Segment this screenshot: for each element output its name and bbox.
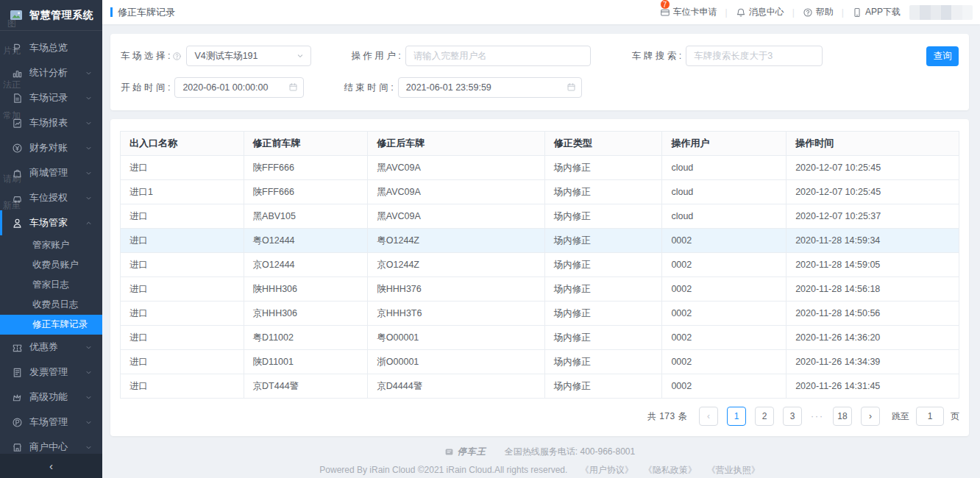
sidebar-item-park-overview[interactable]: 车场总览: [0, 35, 102, 60]
pagination-next[interactable]: ›: [861, 407, 880, 426]
table-row[interactable]: 进口黑ABV105黑AVC09A场内修正cloud2020-12-07 10:2…: [121, 204, 959, 229]
jump-suffix: 页: [951, 410, 959, 423]
table-row[interactable]: 进口京HHH306京HHH3T6场内修正00022020-11-28 14:50…: [121, 302, 959, 326]
sidebar-item-park-management[interactable]: 车场管理: [0, 410, 102, 435]
park-select[interactable]: V4测试车场191: [186, 46, 311, 66]
help-circle-icon[interactable]: [172, 51, 182, 61]
topbar-link-message-center[interactable]: 消息中心: [736, 6, 784, 18]
sidebar-subitem-plate-correction-records[interactable]: 修正车牌记录: [0, 315, 102, 335]
sidebar-item-label: 车场记录: [29, 91, 68, 104]
table-row[interactable]: 进口京DT444警京D4444警场内修正00022020-11-26 14:31…: [121, 374, 959, 399]
filter-panel: 车 场 选 择 : V4测试车场191 操 作 用 户 : 车 牌 搜 索 : …: [110, 34, 969, 110]
plate-search-label: 车 牌 搜 索 :: [632, 50, 681, 63]
plate-search-input[interactable]: [686, 46, 823, 66]
table-cell: 黑AVC09A: [368, 180, 545, 204]
sidebar-subitem-toll-collector-logs[interactable]: 收费员日志: [0, 295, 102, 315]
sidebar-item-park-manager[interactable]: 车场管家: [0, 210, 102, 235]
pagination-page-2[interactable]: 2: [755, 407, 774, 426]
pagination-prev[interactable]: ‹: [699, 407, 718, 426]
table-cell: 2020-11-28 14:59:05: [787, 253, 959, 277]
pagination-page-3[interactable]: 3: [783, 407, 802, 426]
sidebar-subitem-manager-logs[interactable]: 管家日志: [0, 275, 102, 295]
table-row[interactable]: 进口粤O12444粤O1244Z场内修正00022020-11-28 14:59…: [121, 229, 959, 253]
table-row[interactable]: 进口粤D11002粤O00001场内修正00022020-11-26 14:36…: [121, 326, 959, 350]
table-column-header: 操作用户: [662, 132, 787, 156]
sidebar-item-finance-reconciliation[interactable]: 财务对账: [0, 135, 102, 160]
table-cell: 陕HHH306: [244, 277, 368, 302]
end-time-input[interactable]: [398, 77, 582, 98]
table-cell: 场内修正: [544, 302, 662, 326]
filter-row-2: 开 始 时 间 : 结 束 时 间 :: [121, 77, 959, 98]
table-cell: 进口: [121, 326, 244, 350]
username-redacted[interactable]: [909, 5, 973, 20]
table-cell: 2020-12-07 10:25:37: [787, 204, 959, 229]
sidebar-item-advanced-features[interactable]: 高级功能: [0, 385, 102, 410]
footer-link[interactable]: 《隐私政策》: [644, 465, 697, 475]
sidebar-menu: 车场总览统计分析车场记录车场报表财务对账商城管理车位授权车场管家管家账户收费员账…: [0, 31, 102, 460]
topbar-link-parking-card-apply[interactable]: 车位卡申请7: [660, 6, 717, 18]
footer-link[interactable]: 《营业执照》: [707, 465, 760, 475]
table-cell: 粤O00001: [368, 326, 545, 350]
end-time-label: 结 束 时 间 :: [344, 82, 393, 94]
pagination: 共 173 条 ‹123···18› 跳至 页: [120, 407, 959, 426]
topbar-separator: |: [792, 7, 795, 18]
footer-hotline: 全国热线服务电话: 400-966-8001: [505, 446, 635, 458]
sidebar-item-park-reports[interactable]: 车场报表: [0, 110, 102, 135]
table-column-header: 出入口名称: [121, 132, 244, 156]
pagination-jumper: 跳至 页: [892, 407, 959, 426]
app-logo-icon: [9, 8, 24, 23]
sidebar-item-label: 车场管理: [29, 415, 68, 429]
footer-brand-icon: [444, 447, 454, 457]
table-cell: 进口: [121, 156, 244, 180]
start-time-input[interactable]: [174, 77, 304, 98]
mall-management-icon: [12, 168, 23, 179]
table-cell: 0002: [662, 253, 787, 277]
topbar-link-help[interactable]: 帮助: [803, 6, 834, 18]
table-row[interactable]: 进口1陕FFF666黑AVC09A场内修正cloud2020-12-07 10:…: [121, 180, 959, 204]
table-cell: 进口: [121, 229, 244, 253]
sidebar-item-space-authorization[interactable]: 车位授权: [0, 185, 102, 210]
table-row[interactable]: 进口陕FFF666黑AVC09A场内修正cloud2020-12-07 10:2…: [121, 156, 959, 180]
table-row[interactable]: 进口京O12444京O1244Z场内修正00022020-11-28 14:59…: [121, 253, 959, 277]
table-cell: 场内修正: [544, 350, 662, 374]
table-cell: 场内修正: [544, 229, 662, 253]
sidebar-subitem-toll-collector-accounts[interactable]: 收费员账户: [0, 255, 102, 275]
table-cell: 京HHH3T6: [368, 302, 545, 326]
sidebar-item-label: 财务对账: [29, 141, 68, 154]
sidebar-item-coupons[interactable]: 优惠券: [0, 335, 102, 360]
sidebar-subitem-manager-accounts[interactable]: 管家账户: [0, 235, 102, 255]
sidebar: 智慧管理系统 图片无法正常加请刷新重 车场总览统计分析车场记录车场报表财务对账商…: [0, 0, 102, 478]
jump-page-input[interactable]: [916, 407, 944, 426]
help-icon: [803, 7, 813, 18]
table-cell: 黑ABV105: [244, 204, 368, 229]
chevron-down-icon: [85, 418, 93, 427]
operator-input[interactable]: [405, 46, 591, 66]
finance-reconciliation-icon: [12, 143, 23, 154]
sidebar-collapse-button[interactable]: ‹: [0, 454, 102, 478]
footer-link[interactable]: 《用户协议》: [580, 465, 633, 475]
search-button[interactable]: 查询: [926, 46, 959, 66]
table-column-header: 修正前车牌: [244, 132, 368, 156]
sidebar-item-label: 发票管理: [29, 365, 68, 379]
table-cell: 2020-11-26 14:31:45: [787, 374, 959, 399]
coupons-icon: [12, 342, 23, 353]
sidebar-item-mall-management[interactable]: 商城管理: [0, 160, 102, 185]
breadcrumb: 修正车牌记录: [110, 6, 175, 19]
park-reports-icon: [12, 118, 23, 129]
chevron-down-icon: [85, 368, 93, 377]
sidebar-item-stats-analysis[interactable]: 统计分析: [0, 60, 102, 85]
pagination-page-18[interactable]: 18: [833, 407, 852, 426]
pagination-page-1[interactable]: 1: [727, 407, 746, 426]
park-select-label-text: 车 场 选 择 :: [121, 50, 170, 63]
chevron-down-icon: [296, 51, 305, 60]
pagination-ellipsis[interactable]: ···: [811, 411, 824, 421]
sidebar-item-invoice-management[interactable]: 发票管理: [0, 360, 102, 385]
topbar-separator: |: [842, 7, 844, 18]
sidebar-item-park-records[interactable]: 车场记录: [0, 85, 102, 110]
sidebar-item-label: 车位授权: [29, 191, 68, 204]
table-row[interactable]: 进口陕D11001浙O00001场内修正00022020-11-26 14:34…: [121, 350, 959, 374]
topbar-link-app-download[interactable]: APP下载: [852, 6, 901, 18]
table-cell: 进口: [121, 204, 244, 229]
table-row[interactable]: 进口陕HHH306陕HHH376场内修正00022020-11-28 14:56…: [121, 277, 959, 302]
footer-brand: 停车王: [458, 446, 486, 458]
